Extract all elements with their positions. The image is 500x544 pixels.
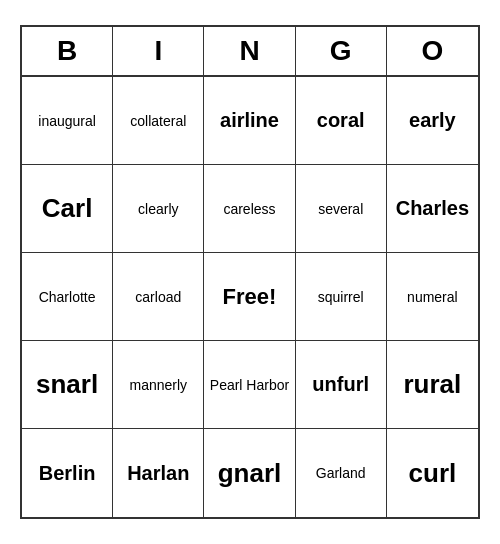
header-letter: G xyxy=(296,27,387,75)
bingo-cell: inaugural xyxy=(22,77,113,165)
bingo-cell: Charles xyxy=(387,165,478,253)
bingo-cell: carload xyxy=(113,253,204,341)
bingo-cell: Harlan xyxy=(113,429,204,517)
header-letter: O xyxy=(387,27,478,75)
bingo-cell: curl xyxy=(387,429,478,517)
bingo-cell: Berlin xyxy=(22,429,113,517)
bingo-cell: unfurl xyxy=(296,341,387,429)
bingo-header: BINGO xyxy=(22,27,478,77)
bingo-cell: mannerly xyxy=(113,341,204,429)
bingo-cell: gnarl xyxy=(204,429,295,517)
header-letter: I xyxy=(113,27,204,75)
bingo-cell: Garland xyxy=(296,429,387,517)
bingo-cell: collateral xyxy=(113,77,204,165)
bingo-cell: clearly xyxy=(113,165,204,253)
bingo-cell: snarl xyxy=(22,341,113,429)
bingo-cell: Pearl Harbor xyxy=(204,341,295,429)
bingo-cell: numeral xyxy=(387,253,478,341)
bingo-cell: coral xyxy=(296,77,387,165)
bingo-cell: Free! xyxy=(204,253,295,341)
bingo-cell: several xyxy=(296,165,387,253)
bingo-grid: inauguralcollateralairlinecoralearlyCarl… xyxy=(22,77,478,517)
bingo-cell: early xyxy=(387,77,478,165)
bingo-card: BINGO inauguralcollateralairlinecoralear… xyxy=(20,25,480,519)
header-letter: B xyxy=(22,27,113,75)
header-letter: N xyxy=(204,27,295,75)
bingo-cell: careless xyxy=(204,165,295,253)
bingo-cell: squirrel xyxy=(296,253,387,341)
bingo-cell: Charlotte xyxy=(22,253,113,341)
bingo-cell: airline xyxy=(204,77,295,165)
bingo-cell: Carl xyxy=(22,165,113,253)
bingo-cell: rural xyxy=(387,341,478,429)
